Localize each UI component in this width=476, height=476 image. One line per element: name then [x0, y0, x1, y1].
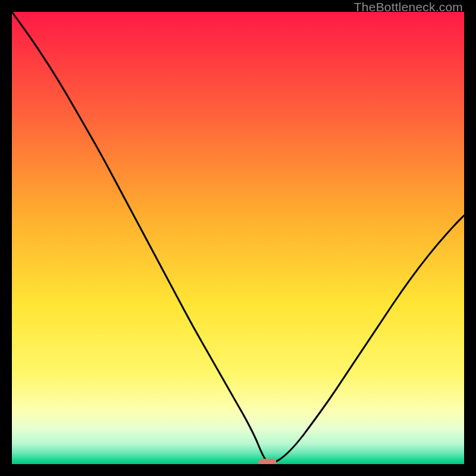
chart-svg	[12, 12, 464, 464]
chart-root: TheBottleneck.com	[0, 0, 476, 476]
optimal-marker	[258, 459, 276, 464]
plot-area	[12, 12, 464, 464]
gradient-background	[12, 12, 464, 464]
